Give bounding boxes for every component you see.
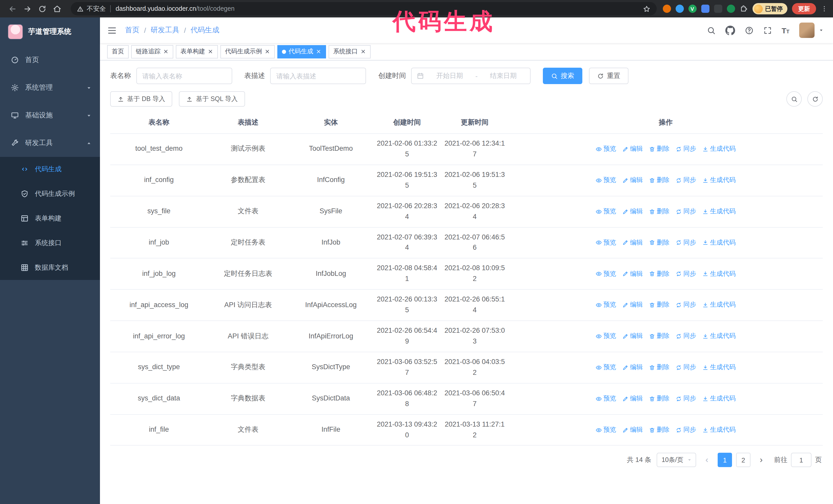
- help-icon[interactable]: [744, 26, 753, 34]
- tab-close-icon[interactable]: [316, 49, 322, 54]
- tab-close-icon[interactable]: [163, 49, 169, 54]
- op-generate-code-link[interactable]: 生成代码: [702, 332, 736, 341]
- op-delete-link[interactable]: 删除: [649, 238, 669, 248]
- op-delete-link[interactable]: 删除: [649, 207, 669, 217]
- op-delete-link[interactable]: 删除: [649, 175, 669, 185]
- app-logo[interactable]: 芋道管理系统: [0, 18, 100, 46]
- page-button-2[interactable]: 2: [736, 453, 751, 467]
- op-preview-link[interactable]: 预览: [596, 332, 616, 341]
- github-icon[interactable]: [725, 25, 735, 35]
- browser-back-icon[interactable]: [8, 4, 17, 13]
- op-sync-link[interactable]: 同步: [675, 238, 696, 248]
- extension-people-icon[interactable]: [701, 5, 709, 13]
- op-edit-link[interactable]: 编辑: [622, 207, 643, 217]
- reset-button[interactable]: 重置: [589, 68, 628, 84]
- browser-forward-icon[interactable]: [23, 4, 32, 13]
- breadcrumb-item-2[interactable]: 代码生成: [191, 26, 219, 35]
- op-preview-link[interactable]: 预览: [596, 144, 616, 154]
- address-bar[interactable]: 不安全 dashboard.yudao.iocoder.cn/tool/code…: [71, 2, 657, 16]
- op-edit-link[interactable]: 编辑: [622, 362, 643, 373]
- sidebar-subitem-4[interactable]: 数据库文档: [0, 255, 100, 280]
- op-edit-link[interactable]: 编辑: [622, 175, 643, 185]
- extension-green-check-icon[interactable]: V: [688, 5, 696, 13]
- breadcrumb-item-0[interactable]: 首页: [125, 26, 139, 35]
- op-edit-link[interactable]: 编辑: [622, 144, 643, 154]
- op-delete-link[interactable]: 删除: [649, 300, 669, 310]
- op-delete-link[interactable]: 删除: [649, 425, 669, 435]
- op-preview-link[interactable]: 预览: [596, 207, 616, 217]
- tab[interactable]: 首页: [107, 45, 129, 58]
- font-size-icon[interactable]: TT: [782, 26, 789, 34]
- op-generate-code-link[interactable]: 生成代码: [702, 207, 736, 217]
- op-preview-link[interactable]: 预览: [596, 175, 616, 185]
- refresh-table-button[interactable]: [807, 91, 823, 106]
- tab[interactable]: 系统接口: [329, 45, 371, 58]
- op-sync-link[interactable]: 同步: [675, 207, 696, 217]
- op-generate-code-link[interactable]: 生成代码: [702, 425, 736, 435]
- op-preview-link[interactable]: 预览: [596, 300, 616, 310]
- op-generate-code-link[interactable]: 生成代码: [702, 362, 736, 373]
- op-generate-code-link[interactable]: 生成代码: [702, 238, 736, 248]
- search-button[interactable]: 搜索: [543, 68, 582, 84]
- tab[interactable]: 代码生成: [277, 45, 326, 58]
- page-button-1[interactable]: 1: [718, 453, 732, 467]
- op-sync-link[interactable]: 同步: [675, 175, 696, 185]
- op-sync-link[interactable]: 同步: [675, 425, 696, 435]
- op-sync-link[interactable]: 同步: [675, 269, 696, 279]
- tab-close-icon[interactable]: [264, 49, 270, 54]
- op-preview-link[interactable]: 预览: [596, 238, 616, 248]
- browser-home-icon[interactable]: [53, 4, 62, 13]
- table-name-input[interactable]: [136, 68, 232, 84]
- import-db-button[interactable]: 基于 DB 导入: [110, 91, 172, 106]
- op-sync-link[interactable]: 同步: [675, 362, 696, 373]
- tab[interactable]: 链路追踪: [131, 45, 173, 58]
- create-time-range-picker[interactable]: 开始日期 - 结束日期: [411, 68, 530, 84]
- sidebar-subitem-2[interactable]: 表单构建: [0, 206, 100, 231]
- table-desc-input[interactable]: [270, 68, 366, 84]
- op-generate-code-link[interactable]: 生成代码: [702, 269, 736, 279]
- update-button[interactable]: 更新: [792, 3, 816, 14]
- sidebar-subitem-0[interactable]: 代码生成: [0, 157, 100, 182]
- extension-leaf-icon[interactable]: [727, 5, 735, 13]
- sidebar-subitem-3[interactable]: 系统接口: [0, 231, 100, 255]
- op-generate-code-link[interactable]: 生成代码: [702, 394, 736, 404]
- bookmark-star-icon[interactable]: [643, 5, 650, 13]
- toggle-search-button[interactable]: [786, 91, 802, 106]
- op-sync-link[interactable]: 同步: [675, 144, 696, 154]
- op-generate-code-link[interactable]: 生成代码: [702, 175, 736, 185]
- op-generate-code-link[interactable]: 生成代码: [702, 144, 736, 154]
- op-delete-link[interactable]: 删除: [649, 144, 669, 154]
- tab-close-icon[interactable]: [208, 49, 213, 54]
- sidebar-item-2[interactable]: 基础设施: [0, 101, 100, 129]
- op-edit-link[interactable]: 编辑: [622, 238, 643, 248]
- op-delete-link[interactable]: 删除: [649, 394, 669, 404]
- prev-page-button[interactable]: ‹: [701, 453, 713, 467]
- security-warning-icon[interactable]: [77, 5, 84, 12]
- tab[interactable]: 表单构建: [176, 45, 218, 58]
- header-search-icon[interactable]: [707, 26, 715, 34]
- op-preview-link[interactable]: 预览: [596, 394, 616, 404]
- import-sql-button[interactable]: 基于 SQL 导入: [179, 91, 245, 106]
- op-delete-link[interactable]: 删除: [649, 269, 669, 279]
- next-page-button[interactable]: ›: [756, 453, 767, 467]
- browser-menu-icon[interactable]: [821, 5, 828, 12]
- tab[interactable]: 代码生成示例: [220, 45, 275, 58]
- op-edit-link[interactable]: 编辑: [622, 394, 643, 404]
- fullscreen-icon[interactable]: [763, 26, 772, 34]
- op-sync-link[interactable]: 同步: [675, 300, 696, 310]
- profile-chip[interactable]: 已暂停: [752, 3, 787, 14]
- op-delete-link[interactable]: 删除: [649, 362, 669, 373]
- breadcrumb-item-1[interactable]: 研发工具: [151, 26, 180, 35]
- op-preview-link[interactable]: 预览: [596, 362, 616, 373]
- avatar-caret-icon[interactable]: [819, 28, 824, 33]
- extension-orange-icon[interactable]: [663, 5, 671, 13]
- op-generate-code-link[interactable]: 生成代码: [702, 300, 736, 310]
- op-edit-link[interactable]: 编辑: [622, 332, 643, 341]
- sidebar-item-0[interactable]: 首页: [0, 46, 100, 74]
- goto-page-input[interactable]: [791, 453, 811, 467]
- op-edit-link[interactable]: 编辑: [622, 269, 643, 279]
- op-edit-link[interactable]: 编辑: [622, 425, 643, 435]
- op-sync-link[interactable]: 同步: [675, 332, 696, 341]
- sidebar-item-3[interactable]: 研发工具: [0, 129, 100, 157]
- extension-screen-icon[interactable]: [714, 5, 722, 13]
